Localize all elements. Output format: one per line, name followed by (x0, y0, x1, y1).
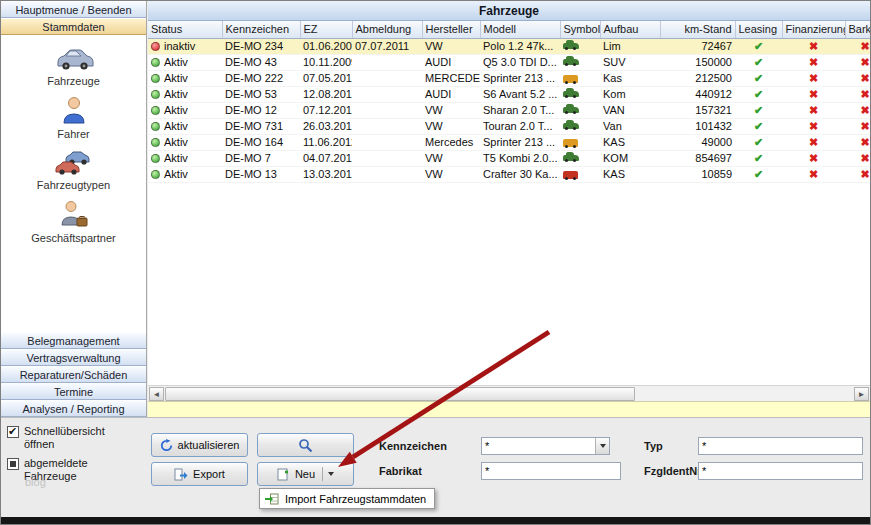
cell-hersteller: AUDI (422, 86, 480, 102)
import-icon (265, 493, 279, 505)
cell-ez: 26.03.2012 (300, 118, 352, 134)
cell-km: 212500 (660, 70, 735, 86)
horizontal-scrollbar[interactable]: ◄ ► (148, 385, 870, 401)
search-button[interactable] (257, 433, 354, 457)
column-header-hersteller[interactable]: Hersteller (422, 21, 480, 38)
sidebar-item-fahrer[interactable]: Fahrer (1, 96, 146, 140)
vehicle-symbol-icon (563, 59, 579, 65)
column-header-status[interactable]: Status (148, 21, 222, 38)
menu-item-import[interactable]: Import Fahrzeugstammdaten (260, 489, 434, 508)
typ-filter-input[interactable] (698, 437, 863, 455)
cell-status: Aktiv (148, 134, 222, 150)
driver-icon (61, 96, 87, 124)
column-header-modell[interactable]: Modell (480, 21, 560, 38)
scroll-right-button[interactable]: ► (854, 387, 869, 401)
refresh-button-label: aktualisieren (178, 439, 240, 451)
cell-ez: 10.11.2009 (300, 54, 352, 70)
table-header-row: Status Kennzeichen EZ Abmeldung Herstell… (148, 21, 870, 38)
cell-km: 157321 (660, 102, 735, 118)
sidebar-item-geschaeftspartner[interactable]: Geschäftspartner (1, 200, 146, 244)
cell-abmeldung (352, 70, 422, 86)
sidebar-item-belegmanagement[interactable]: Belegmanagement (1, 332, 146, 349)
table-row[interactable]: inaktiv DE-MO 234 01.06.2007 07.07.2011 … (148, 38, 870, 54)
status-dot (151, 42, 160, 51)
sidebar-item-termine[interactable]: Termine (1, 383, 146, 400)
cell-kennzeichen: DE-MO 164 (222, 134, 300, 150)
cell-modell: Sharan 2.0 T... (480, 102, 560, 118)
column-header-barkauf[interactable]: Barkauf (845, 21, 870, 38)
sidebar-item-vertragsverwaltung[interactable]: Vertragsverwaltung (1, 349, 146, 366)
cell-kennzeichen: DE-MO 731 (222, 118, 300, 134)
table-row[interactable]: Aktiv DE-MO 43 10.11.2009 AUDI Q5 3.0 TD… (148, 54, 870, 70)
sidebar-item-label: Fahrzeuge (1, 75, 146, 87)
table-row[interactable]: Aktiv DE-MO 13 13.03.2013 VW Crafter 30 … (148, 166, 870, 182)
status-text: Aktiv (164, 120, 188, 132)
filter-label-typ: Typ (644, 440, 663, 452)
scroll-left-button[interactable]: ◄ (149, 387, 164, 401)
table-row[interactable]: Aktiv DE-MO 12 07.12.2010 VW Sharan 2.0 … (148, 102, 870, 118)
sidebar-item-stammdaten[interactable]: Stammdaten (1, 18, 146, 35)
column-header-kmstand[interactable]: km-Stand (660, 21, 735, 38)
status-dot (151, 90, 160, 99)
cell-barkauf: ✖ (845, 166, 870, 182)
cell-barkauf: ✖ (845, 134, 870, 150)
sidebar-item-fahrzeugtypen[interactable]: Fahrzeugtypen (1, 149, 146, 191)
cell-leasing: ✔ (735, 38, 782, 54)
table-row[interactable]: Aktiv DE-MO 53 12.08.2010 AUDI S6 Avant … (148, 86, 870, 102)
cell-abmeldung: 07.07.2011 (352, 38, 422, 54)
cell-kennzeichen: DE-MO 43 (222, 54, 300, 70)
cell-abmeldung (352, 54, 422, 70)
cell-aufbau: Kas (600, 70, 660, 86)
cell-ez: 07.12.2010 (300, 102, 352, 118)
export-icon (174, 468, 188, 481)
column-header-abmeldung[interactable]: Abmeldung (352, 21, 422, 38)
table-row[interactable]: Aktiv DE-MO 7 04.07.2012 VW T5 Kombi 2.0… (148, 150, 870, 166)
kennzeichen-filter-select[interactable]: * (481, 437, 610, 455)
fabrikat-filter-input[interactable] (481, 462, 621, 480)
scrollbar-thumb[interactable] (165, 387, 635, 401)
chevron-down-icon[interactable] (328, 472, 334, 476)
cell-km: 854697 (660, 150, 735, 166)
sidebar-item-label: Fahrer (1, 128, 146, 140)
table-row[interactable]: Aktiv DE-MO 222 07.05.2010 MERCEDES-... … (148, 70, 870, 86)
cell-finanzierung: ✖ (782, 70, 845, 86)
column-header-finanzierung[interactable]: Finanzierung (782, 21, 845, 38)
watermark-text: blog (25, 476, 46, 488)
sidebar-item-fahrzeuge[interactable]: Fahrzeuge (1, 47, 146, 87)
cell-abmeldung (352, 102, 422, 118)
combo-selected-value: * (482, 440, 595, 452)
column-header-symbol[interactable]: Symbol (560, 21, 600, 38)
cell-modell: Crafter 30 Ka... (480, 166, 560, 182)
column-header-aufbau[interactable]: Aufbau (600, 21, 660, 38)
cell-leasing: ✔ (735, 54, 782, 70)
car-icon (54, 47, 94, 71)
cell-abmeldung (352, 86, 422, 102)
checkbox-schnelluebersicht[interactable]: Schnellübersicht öffnen (7, 425, 127, 451)
export-button[interactable]: Export (151, 462, 248, 486)
checkbox-icon (7, 426, 19, 438)
cell-modell: Polo 1.2 47k... (480, 38, 560, 54)
cell-modell: Touran 2.0 T... (480, 118, 560, 134)
sidebar-item-analysen[interactable]: Analysen / Reporting (1, 400, 146, 417)
status-text: inaktiv (164, 40, 195, 52)
cell-hersteller: VW (422, 38, 480, 54)
fzgidentnr-filter-input[interactable] (698, 462, 863, 480)
new-button[interactable]: Neu (257, 462, 354, 486)
sidebar-item-hauptmenue[interactable]: Hauptmenue / Beenden (1, 1, 146, 18)
table-row[interactable]: Aktiv DE-MO 731 26.03.2012 VW Touran 2.0… (148, 118, 870, 134)
refresh-button[interactable]: aktualisieren (151, 433, 248, 457)
chevron-down-icon (600, 444, 606, 448)
status-text: Aktiv (164, 104, 188, 116)
cell-aufbau: Van (600, 118, 660, 134)
cell-modell: T5 Kombi 2.0... (480, 150, 560, 166)
cell-kennzeichen: DE-MO 12 (222, 102, 300, 118)
table-row[interactable]: Aktiv DE-MO 164 11.06.2012 Mercedes Spri… (148, 134, 870, 150)
cell-finanzierung: ✖ (782, 38, 845, 54)
combo-dropdown-button[interactable] (595, 438, 609, 454)
cell-kennzeichen: DE-MO 13 (222, 166, 300, 182)
cell-hersteller: MERCEDES-... (422, 70, 480, 86)
column-header-ez[interactable]: EZ (300, 21, 352, 38)
sidebar-item-reparaturen[interactable]: Reparaturen/Schäden (1, 366, 146, 383)
column-header-leasing[interactable]: Leasing (735, 21, 782, 38)
column-header-kennzeichen[interactable]: Kennzeichen (222, 21, 300, 38)
